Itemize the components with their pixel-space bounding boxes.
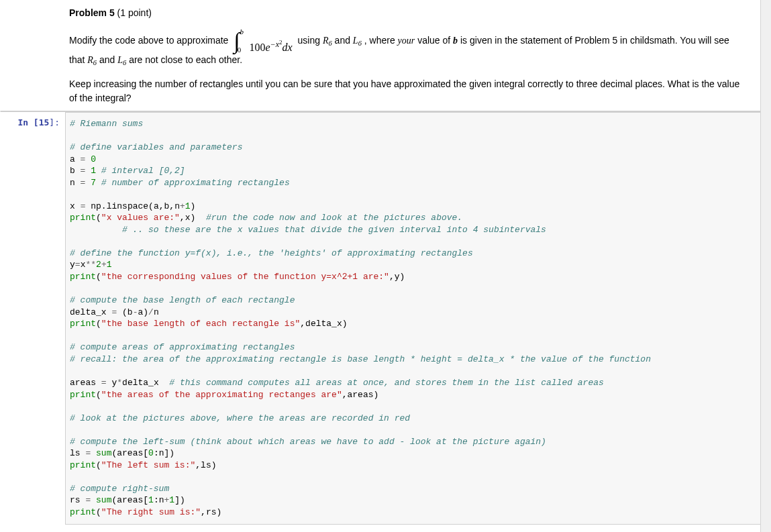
b-var: b [453,36,458,46]
integral-lower-limit: 0 [238,46,242,54]
text-fragment: and [335,35,353,46]
text-fragment: using [298,35,323,46]
integral-sign-icon: ∫ b 0 [234,30,240,52]
L6-again: L6 [117,55,126,65]
L6: L6 [353,36,362,46]
integral-expression: ∫ b 0 100e−x2dx [231,30,295,53]
text-fragment: , where [364,35,398,46]
R6: R6 [323,36,332,46]
code-prompt: In [15]: [1,112,65,525]
R6-again: R6 [87,55,97,65]
integrand: 100e−x2dx [242,39,292,53]
your-italic: your [398,36,415,46]
text-fragment: are not close to each other. [129,54,242,65]
code-cell[interactable]: In [15]: # Riemann sums # define variabl… [0,111,771,525]
problem-body-2: Keep increasing the number of rectangles… [69,77,744,105]
text-fragment: value of [417,35,453,46]
problem-title: Problem 5 [69,7,115,18]
integral-upper-limit: b [240,28,244,36]
problem-body-1: Modify the code above to approximate ∫ b… [69,30,744,68]
problem-points: (1 point) [115,7,152,18]
text-fragment: Modify the code above to approximate [69,35,231,46]
scrollbar-track[interactable] [760,0,771,525]
markdown-cell: Problem 5 (1 point) Modify the code abov… [0,0,771,111]
text-fragment: and [99,54,117,65]
problem-title-line: Problem 5 (1 point) [69,6,744,20]
code-editor[interactable]: # Riemann sums # define variables and pa… [65,112,770,525]
markdown-content: Problem 5 (1 point) Modify the code abov… [65,1,771,111]
